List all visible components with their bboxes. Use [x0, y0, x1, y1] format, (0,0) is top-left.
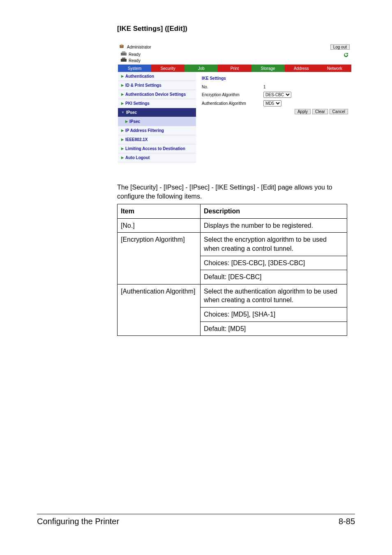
apply-button[interactable]: Apply [295, 109, 311, 114]
sidebar-item-auto-logout[interactable]: ▶Auto Logout [118, 153, 196, 162]
table-cell-desc: Select the encryption algorithm to be us… [201, 233, 347, 256]
arrow-right-icon: ▶ [121, 102, 124, 105]
clear-button[interactable]: Clear [312, 109, 328, 114]
arrow-right-icon: ▶ [121, 74, 124, 78]
table-cell-item: [Authentication Algorithm] [118, 284, 201, 335]
sidebar-item-label: IPsec [126, 110, 137, 115]
arrow-down-icon: ▼ [121, 111, 125, 114]
sidebar-item-label: PKI Settings [125, 101, 150, 106]
tab-address[interactable]: Address [285, 65, 318, 72]
printer-icon [120, 51, 127, 58]
svg-rect-3 [122, 51, 125, 53]
footer-rule [37, 514, 355, 514]
svg-rect-6 [122, 58, 125, 59]
table-cell-item: [No.] [118, 218, 201, 233]
ready-label-2: Ready [129, 58, 141, 63]
ready-label-1: Ready [129, 52, 141, 57]
user-icon [120, 44, 125, 50]
sidebar-item-label: IPsec [129, 119, 140, 124]
auth-select[interactable]: MD5 [263, 100, 281, 106]
encryption-label: Encryption Algorithm [202, 92, 263, 97]
tab-bar: System Security Job Print Storage Addres… [118, 65, 351, 72]
arrow-right-icon: ▶ [125, 120, 128, 123]
svg-rect-1 [121, 44, 122, 46]
sidebar-item-ip-filter[interactable]: ▶IP Address Filtering [118, 126, 196, 135]
tab-storage[interactable]: Storage [251, 65, 285, 72]
page-title: [IKE Settings] ([Edit]) [117, 25, 355, 33]
sidebar-item-label: Authentication [125, 74, 154, 79]
sidebar-item-label: IP Address Filtering [125, 128, 164, 133]
sidebar-item-ipsec-group[interactable]: ▼IPsec [118, 108, 196, 117]
sidebar-item-limiting[interactable]: ▶Limiting Access to Destination [118, 144, 196, 153]
sidebar-item-label: Limiting Access to Destination [125, 146, 185, 151]
sidebar-item-label: Authentication Device Settings [125, 92, 186, 97]
svg-rect-5 [121, 59, 127, 62]
sidebar-item-ipsec[interactable]: ▶IPsec [118, 117, 196, 126]
sidebar-item-ieee8021x[interactable]: ▶IEEE802.1X [118, 135, 196, 144]
sidebar-item-label: ID & Print Settings [125, 83, 161, 88]
table-cell-desc: Select the authentication algorithm to b… [201, 284, 347, 307]
tab-network[interactable]: Network [318, 65, 351, 72]
printer-icon [120, 58, 127, 64]
sidebar-item-label: Auto Logout [125, 155, 150, 160]
sidebar: ▶Authentication ▶ID & Print Settings ▶Au… [118, 72, 196, 162]
encryption-select[interactable]: DES-CBC [263, 92, 291, 98]
arrow-right-icon: ▶ [121, 138, 124, 141]
tab-job[interactable]: Job [184, 65, 218, 72]
no-value: 1 [263, 85, 266, 89]
sidebar-item-authentication[interactable]: ▶Authentication [118, 72, 196, 81]
svg-point-4 [125, 53, 126, 54]
footer-left: Configuring the Printer [37, 517, 119, 526]
table-cell-desc: Displays the number to be registered. [201, 218, 347, 233]
tab-security[interactable]: Security [151, 65, 184, 72]
sidebar-item-id-print[interactable]: ▶ID & Print Settings [118, 81, 196, 90]
footer-right: 8-85 [339, 517, 355, 526]
logout-button[interactable]: Log out [330, 44, 350, 50]
screenshot: Administrator Log out Ready Ready [118, 43, 351, 162]
th-desc: Description [201, 204, 347, 219]
section-title: IKE Settings [202, 76, 348, 81]
tab-print[interactable]: Print [218, 65, 251, 72]
arrow-right-icon: ▶ [121, 147, 124, 150]
table-cell-desc: Default: [MD5] [201, 321, 347, 336]
arrow-right-icon: ▶ [121, 129, 124, 132]
arrow-right-icon: ▶ [121, 92, 124, 96]
arrow-right-icon: ▶ [121, 83, 124, 87]
sidebar-item-label: IEEE802.1X [125, 137, 148, 142]
sidebar-item-pki[interactable]: ▶PKI Settings [118, 99, 196, 108]
refresh-icon[interactable] [343, 52, 349, 59]
settings-table: Item Description [No.] Displays the numb… [117, 204, 347, 336]
auth-label: Authentication Algorithm [202, 101, 263, 106]
admin-text: Administrator [127, 45, 151, 49]
sidebar-item-auth-device[interactable]: ▶Authentication Device Settings [118, 90, 196, 99]
table-cell-desc: Choices: [DES-CBC], [3DES-CBC] [201, 256, 347, 270]
table-cell-desc: Default: [DES-CBC] [201, 270, 347, 284]
main-panel: IKE Settings No. 1 Encryption Algorithm … [196, 72, 351, 162]
table-cell-desc: Choices: [MD5], [SHA-1] [201, 307, 347, 321]
table-cell-item: [Encryption Algorithm] [118, 233, 201, 284]
cancel-button[interactable]: Cancel [330, 109, 348, 114]
admin-label: Administrator [120, 44, 151, 50]
no-label: No. [202, 85, 263, 89]
intro-text: The [Security] - [IPsec] - [IPsec] - [IK… [117, 183, 347, 201]
tab-system[interactable]: System [118, 65, 151, 72]
th-item: Item [118, 204, 201, 219]
arrow-right-icon: ▶ [121, 156, 124, 160]
